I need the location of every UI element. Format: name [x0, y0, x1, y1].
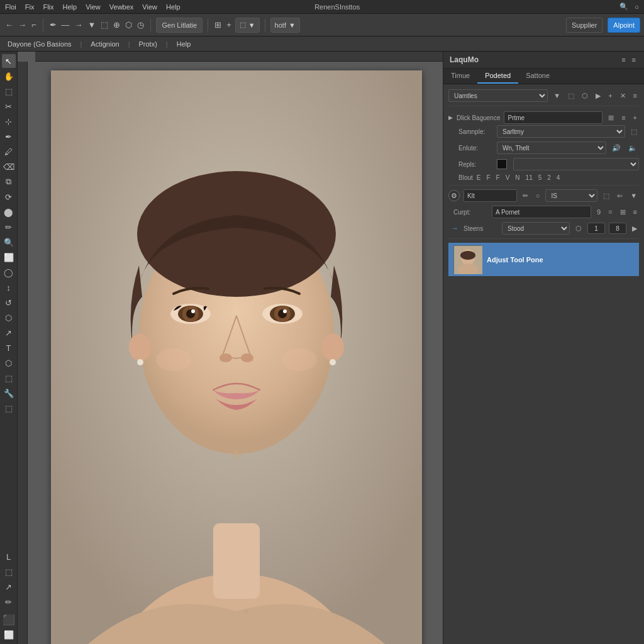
tool-fg-bg[interactable]: ⬛	[2, 613, 16, 626]
tool-custom[interactable]: ⬚	[2, 401, 16, 415]
menu-item-help1[interactable]: Help	[63, 3, 77, 11]
triangle-icon[interactable]: ▼	[87, 19, 97, 31]
tool-mode[interactable]: ⬜	[2, 628, 16, 641]
blend-4[interactable]: 4	[555, 174, 562, 181]
curpt-num-btn[interactable]: 9	[595, 208, 602, 216]
tool-fill[interactable]: ⧉	[2, 175, 16, 189]
sample-select[interactable]: Sarltmy	[497, 125, 625, 138]
tool-path[interactable]: ⬡	[2, 356, 16, 370]
km-split-icon[interactable]: ⇐	[615, 191, 625, 201]
tool-shape2[interactable]: ⬚	[2, 371, 16, 385]
rect-icon[interactable]: ⬚	[99, 19, 109, 31]
grid-icon[interactable]: ⊞	[213, 19, 223, 31]
tab-podeted[interactable]: Podeted	[477, 69, 518, 84]
secondbar-item-help[interactable]: Help	[174, 39, 194, 49]
panel-icon-1[interactable]: ▼	[552, 91, 562, 100]
alpoint-button[interactable]: Alpoint	[608, 18, 640, 33]
tab-sattone[interactable]: Sattone	[518, 69, 557, 84]
dlick-input[interactable]	[504, 111, 602, 124]
gen-litlatie-button[interactable]: Gen Litlatie	[156, 18, 203, 33]
km-select[interactable]: IS	[545, 189, 597, 202]
blend-2[interactable]: 2	[545, 174, 553, 181]
blend-5[interactable]: 5	[536, 174, 544, 181]
tool-blur[interactable]: ⬤	[2, 205, 16, 219]
curpt-equal-btn[interactable]: =	[606, 208, 614, 216]
secondbar-item-protx[interactable]: Protx)	[136, 39, 159, 49]
repls-color-swatch[interactable]	[497, 159, 507, 169]
sequence-dropdown[interactable]: Uamtles	[448, 89, 548, 102]
sample-icon-btn[interactable]: ⬚	[629, 127, 639, 136]
tool-eraser[interactable]: ⌫	[2, 160, 16, 174]
panel-icon-5[interactable]: +	[606, 91, 614, 100]
menu-item-floi[interactable]: Floi	[5, 3, 16, 11]
search-icon[interactable]: 🔍	[619, 3, 628, 11]
panel-icon-3[interactable]: ⬡	[580, 91, 590, 101]
tool-polygon[interactable]: ⬡	[2, 311, 16, 325]
steens-num2-input[interactable]	[609, 223, 626, 234]
emit-icon-btn[interactable]: 🔊	[610, 143, 623, 153]
back-icon[interactable]: ←	[4, 19, 14, 31]
panel-menu-icon[interactable]: ≡	[619, 55, 627, 64]
menu-item-help2[interactable]: Help	[166, 3, 180, 11]
blend-n[interactable]: N	[513, 174, 521, 181]
km-arrow-icon[interactable]: ⬚	[601, 191, 611, 201]
steens-grid-icon[interactable]: ⬡	[574, 224, 584, 233]
tool-note[interactable]: ↗	[2, 580, 16, 594]
dlick-add-btn[interactable]: +	[631, 113, 639, 122]
blend-f1[interactable]: F	[484, 174, 492, 181]
tool-move[interactable]: ✋	[2, 69, 16, 83]
forward-icon[interactable]: →	[17, 19, 28, 31]
tool-rect-select[interactable]: ⬚	[2, 84, 16, 98]
tool-ellipse[interactable]: ◯	[2, 265, 16, 279]
blend-v[interactable]: V	[504, 174, 512, 181]
km-circle-icon[interactable]: ○	[534, 191, 542, 200]
menu-item-fix[interactable]: Fix	[25, 3, 35, 11]
section-chevron[interactable]: ▶	[448, 114, 453, 121]
emit-icon-btn2[interactable]: 🔈	[626, 143, 639, 153]
expand-icon[interactable]: ○	[635, 3, 639, 11]
blend-11[interactable]: 11	[524, 174, 535, 181]
km-circle[interactable]: ⚙	[448, 190, 460, 201]
arrow-r-icon[interactable]: →	[74, 19, 84, 31]
km-input[interactable]	[464, 189, 517, 202]
menu-item-view1[interactable]: View	[86, 3, 101, 11]
km-pencil-icon[interactable]: ✏	[521, 191, 530, 201]
tool-magic[interactable]: ⊹	[2, 114, 16, 128]
blend-e[interactable]: E	[475, 174, 483, 181]
panel-icon-2[interactable]: ⬚	[566, 91, 576, 101]
tool-zoom[interactable]: 🔍	[2, 235, 16, 249]
steens-select[interactable]: Stood	[502, 222, 570, 235]
tool-eyedrop[interactable]: ✏	[2, 595, 16, 609]
panel-icon-7[interactable]: ≡	[631, 91, 639, 100]
menu-item-view2[interactable]: View	[142, 3, 157, 11]
tool-brush[interactable]: 🖊	[2, 145, 16, 158]
tool-gradient[interactable]: ⟳	[2, 190, 16, 204]
tool-l[interactable]: L	[2, 550, 16, 564]
pen-icon[interactable]: ✒	[48, 19, 58, 31]
panel-close-icon[interactable]: ≡	[630, 55, 638, 64]
panel-icon-6[interactable]: ✕	[618, 91, 628, 101]
tool-measure[interactable]: ⬚	[2, 565, 16, 579]
menu-item-flix[interactable]: Flix	[43, 3, 53, 11]
tool-line[interactable]: ↕	[2, 280, 16, 294]
tool-crop[interactable]: ✒	[2, 130, 16, 143]
tool-rotate[interactable]: ↺	[2, 296, 16, 309]
menu-item-vewbex[interactable]: Vewbex	[109, 3, 134, 11]
tool-select[interactable]: ↖	[2, 54, 16, 68]
km-more-icon[interactable]: ▼	[628, 191, 639, 200]
hotf-dropdown[interactable]: hotf ▼	[270, 18, 300, 33]
secondbar-item-dayone[interactable]: Dayone (Go Basions	[5, 39, 74, 49]
plus-icon[interactable]: +	[225, 19, 233, 31]
tool-arrow[interactable]: ↗	[2, 326, 16, 340]
tool-text[interactable]: T	[2, 341, 16, 355]
dlick-expand-btn[interactable]: ⊞	[606, 113, 616, 123]
supplier-button[interactable]: Supplier	[566, 18, 602, 33]
curpt-input[interactable]	[492, 206, 591, 218]
dash-icon[interactable]: —	[60, 19, 71, 31]
panel-icon-4[interactable]: ▶	[594, 91, 602, 101]
steens-num1-input[interactable]	[587, 223, 605, 234]
transform-icon[interactable]: ⬡	[124, 19, 133, 31]
canvas-size-dropdown[interactable]: ⬚ ▼	[235, 18, 260, 33]
tool-rect-shape[interactable]: ⬜	[2, 250, 16, 264]
secondbar-item-actignion[interactable]: Actignion	[88, 39, 121, 49]
